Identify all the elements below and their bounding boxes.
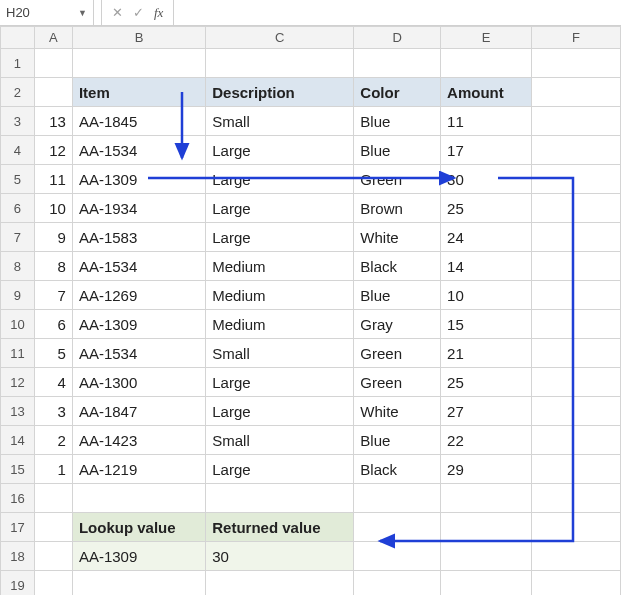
cell[interactable] [532, 107, 621, 136]
cell[interactable]: Blue [354, 136, 441, 165]
cell[interactable]: Medium [206, 281, 354, 310]
col-header[interactable]: E [441, 27, 532, 49]
cell[interactable]: Large [206, 368, 354, 397]
cell[interactable]: Large [206, 194, 354, 223]
cell[interactable] [532, 252, 621, 281]
cell[interactable] [206, 484, 354, 513]
cell[interactable] [441, 542, 532, 571]
cell[interactable]: 9 [34, 223, 72, 252]
cell[interactable]: 13 [34, 107, 72, 136]
accept-icon[interactable]: ✓ [133, 5, 144, 20]
cell[interactable]: 5 [34, 339, 72, 368]
row-header[interactable]: 15 [1, 455, 35, 484]
cell[interactable] [441, 513, 532, 542]
cell[interactable]: Black [354, 252, 441, 281]
col-header[interactable]: D [354, 27, 441, 49]
row-header[interactable]: 12 [1, 368, 35, 397]
select-all-corner[interactable] [1, 27, 35, 49]
row-header[interactable]: 7 [1, 223, 35, 252]
lookup-value-cell[interactable]: AA-1309 [72, 542, 205, 571]
cell[interactable] [72, 571, 205, 596]
cell[interactable] [354, 571, 441, 596]
cell[interactable] [206, 571, 354, 596]
row-header[interactable]: 13 [1, 397, 35, 426]
row-header[interactable]: 1 [1, 49, 35, 78]
row-header[interactable]: 3 [1, 107, 35, 136]
row-header[interactable]: 14 [1, 426, 35, 455]
cell[interactable]: Blue [354, 426, 441, 455]
cell[interactable] [34, 78, 72, 107]
cell[interactable]: 25 [441, 368, 532, 397]
cell[interactable]: AA-1423 [72, 426, 205, 455]
cancel-icon[interactable]: ✕ [112, 5, 123, 20]
cell[interactable] [441, 484, 532, 513]
cell[interactable] [532, 397, 621, 426]
cell[interactable]: AA-1934 [72, 194, 205, 223]
cell[interactable]: 11 [441, 107, 532, 136]
cell[interactable] [354, 49, 441, 78]
worksheet[interactable]: A B C D E F 1 2 Item Description Color A… [0, 26, 621, 595]
cell[interactable] [34, 571, 72, 596]
cell[interactable]: Green [354, 165, 441, 194]
cell[interactable] [532, 542, 621, 571]
row-header[interactable]: 17 [1, 513, 35, 542]
cell[interactable]: Large [206, 223, 354, 252]
cell[interactable]: 27 [441, 397, 532, 426]
cell[interactable] [532, 194, 621, 223]
table-header-description[interactable]: Description [206, 78, 354, 107]
cell[interactable] [532, 513, 621, 542]
cell[interactable]: Blue [354, 107, 441, 136]
cell[interactable]: 7 [34, 281, 72, 310]
cell[interactable]: Large [206, 455, 354, 484]
cell[interactable] [34, 49, 72, 78]
cell[interactable] [206, 49, 354, 78]
cell[interactable]: AA-1534 [72, 136, 205, 165]
cell[interactable]: AA-1300 [72, 368, 205, 397]
cell[interactable]: 11 [34, 165, 72, 194]
return-value-cell[interactable]: 30 [206, 542, 354, 571]
cell[interactable] [532, 339, 621, 368]
cell[interactable] [34, 484, 72, 513]
cell[interactable]: 2 [34, 426, 72, 455]
cell[interactable]: 8 [34, 252, 72, 281]
cell[interactable]: 15 [441, 310, 532, 339]
cell[interactable]: Large [206, 397, 354, 426]
cell[interactable]: 17 [441, 136, 532, 165]
cell[interactable]: Small [206, 426, 354, 455]
row-header[interactable]: 2 [1, 78, 35, 107]
row-header[interactable]: 5 [1, 165, 35, 194]
cell[interactable] [72, 484, 205, 513]
cell[interactable]: Small [206, 107, 354, 136]
row-header[interactable]: 8 [1, 252, 35, 281]
chevron-down-icon[interactable]: ▼ [78, 8, 87, 18]
row-header[interactable]: 18 [1, 542, 35, 571]
cell[interactable]: AA-1583 [72, 223, 205, 252]
cell[interactable]: Medium [206, 310, 354, 339]
cell[interactable]: White [354, 223, 441, 252]
cell[interactable] [532, 49, 621, 78]
row-header[interactable]: 19 [1, 571, 35, 596]
cell[interactable]: 25 [441, 194, 532, 223]
cell[interactable]: Small [206, 339, 354, 368]
cell[interactable] [34, 542, 72, 571]
cell[interactable]: White [354, 397, 441, 426]
col-header[interactable]: F [532, 27, 621, 49]
cell[interactable] [532, 310, 621, 339]
cell[interactable]: 6 [34, 310, 72, 339]
formula-input[interactable] [174, 0, 621, 25]
table-header-color[interactable]: Color [354, 78, 441, 107]
col-header[interactable]: C [206, 27, 354, 49]
return-header[interactable]: Returned value [206, 513, 354, 542]
cell[interactable] [532, 368, 621, 397]
cell[interactable]: 22 [441, 426, 532, 455]
cell[interactable]: 12 [34, 136, 72, 165]
cell[interactable]: AA-1534 [72, 339, 205, 368]
cell[interactable]: Large [206, 165, 354, 194]
cell[interactable]: Green [354, 368, 441, 397]
cell[interactable] [441, 571, 532, 596]
col-header[interactable]: B [72, 27, 205, 49]
cell[interactable] [354, 484, 441, 513]
cell[interactable]: AA-1219 [72, 455, 205, 484]
col-header[interactable]: A [34, 27, 72, 49]
cell[interactable] [354, 513, 441, 542]
